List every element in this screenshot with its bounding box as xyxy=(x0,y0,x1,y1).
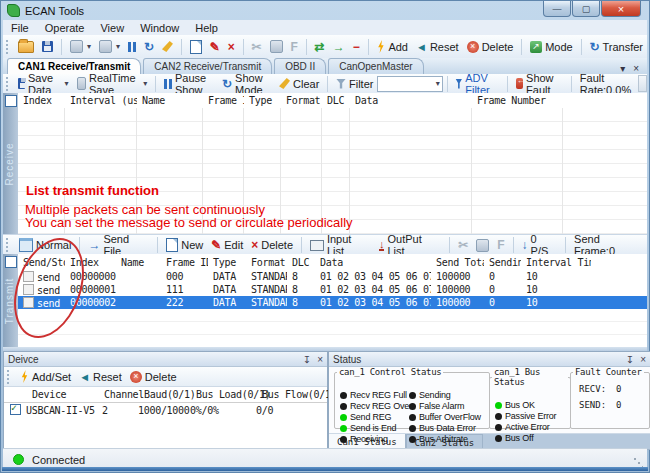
add-set-button[interactable]: Add/Set xyxy=(16,368,75,385)
col-frame-number[interactable]: Frame Number xyxy=(472,95,563,106)
col-bus-flow[interactable]: Bus Flow(0/1) xyxy=(254,389,336,400)
cut-button[interactable]: ✂ xyxy=(454,236,472,254)
toolbar-grip[interactable] xyxy=(6,40,10,54)
realtime-save-icon xyxy=(99,40,112,53)
new-frame-button[interactable]: New xyxy=(162,236,207,254)
device-checkbox-cell[interactable] xyxy=(4,404,24,416)
panel-close-icon[interactable]: × xyxy=(317,354,323,365)
toolbar-grip[interactable] xyxy=(7,370,12,384)
cut-button[interactable]: ✂ xyxy=(247,38,265,56)
status-panel-titlebar[interactable]: Status ↧ × xyxy=(329,352,650,367)
col-frame-id[interactable]: Frame ID xyxy=(161,257,208,268)
col-frame-id[interactable]: Frame ID xyxy=(203,95,244,106)
swap-button[interactable]: ⇄ xyxy=(311,38,329,56)
maximize-button[interactable]: ▢ xyxy=(572,1,600,17)
clear-button[interactable] xyxy=(158,39,177,54)
col-type[interactable]: Type xyxy=(208,257,246,268)
clear-button[interactable]: Clear xyxy=(275,76,323,92)
menu-file[interactable]: File xyxy=(3,22,37,34)
combo-dropdown-icon: ▾ xyxy=(436,79,440,88)
control-status-right-column: Sending False Alarm Buffer OverFlow Bus … xyxy=(409,390,481,444)
col-device[interactable]: Device xyxy=(24,389,96,400)
refresh-button[interactable]: ↻ xyxy=(140,38,158,56)
col-bus-load[interactable]: Bus Load(0/1) xyxy=(188,389,254,400)
device-row[interactable]: USBCAN-II-V5 2 1000/1000 0%/0% 0/0 xyxy=(4,403,327,417)
transmit-select-all-checkbox[interactable] xyxy=(5,256,17,268)
open-button[interactable] xyxy=(14,39,38,55)
receive-side-tab[interactable]: Receive xyxy=(3,93,19,234)
col-data[interactable]: Data xyxy=(315,257,431,268)
col-baud[interactable]: Baud(0/1) xyxy=(136,389,188,400)
reset-device-button[interactable]: ◄Reset xyxy=(412,39,463,55)
transmit-row-0[interactable]: send 00000000 000 DATA STANDARD 8 01 02 … xyxy=(18,270,647,284)
col-data[interactable]: Data xyxy=(350,95,472,106)
font-button[interactable]: F xyxy=(287,38,302,56)
broom-icon xyxy=(279,78,290,89)
close-button[interactable]: × xyxy=(601,1,641,17)
led-item: Recv REG Over xyxy=(340,401,412,411)
new-button[interactable] xyxy=(186,38,206,56)
mode-button[interactable]: ↗Mode xyxy=(526,39,577,55)
normal-mode-icon xyxy=(19,238,33,252)
col-sending[interactable]: Sending xyxy=(484,257,521,268)
col-dlc[interactable]: DLC xyxy=(322,95,350,106)
add-device-button[interactable]: Add xyxy=(372,38,412,55)
col-channel[interactable]: Channel xyxy=(96,389,136,400)
receive-select-all-checkbox[interactable] xyxy=(5,95,17,107)
panel-close-icon[interactable]: × xyxy=(640,354,646,365)
menu-operate[interactable]: Operate xyxy=(37,22,93,34)
pin-icon[interactable]: ↧ xyxy=(626,354,634,365)
transfer-button[interactable]: ↻Transfer xyxy=(585,38,647,56)
transmit-row-2[interactable]: send 00000002 222 DATA STANDARD 8 01 02 … xyxy=(18,296,647,310)
paste-button[interactable] xyxy=(472,237,493,254)
device-checkbox[interactable] xyxy=(10,404,21,415)
menu-help[interactable]: Help xyxy=(187,22,226,34)
font-button[interactable]: F xyxy=(493,236,508,254)
arrow-right-icon: → xyxy=(333,40,345,54)
col-format[interactable]: Format xyxy=(281,95,322,106)
tab-canopenmaster[interactable]: CanOpenMaster xyxy=(328,58,423,74)
toolbar-grip[interactable] xyxy=(6,238,11,252)
paste-button[interactable] xyxy=(266,38,287,55)
device-reset-button[interactable]: ◄Reset xyxy=(75,369,126,385)
pin-icon[interactable]: ↧ xyxy=(303,354,311,365)
realtime-save-dropdown-button[interactable]: ▾ xyxy=(95,38,124,55)
filter-combobox[interactable]: ▾ xyxy=(377,76,442,92)
col-index[interactable]: Index xyxy=(18,95,65,106)
toolbar-grip[interactable] xyxy=(6,77,10,91)
col-name[interactable]: Name xyxy=(137,95,203,106)
interval-time-cell: 10 xyxy=(521,271,591,282)
delete-device-button[interactable]: ×Delete xyxy=(463,39,518,55)
col-interval-time[interactable]: Interval Time xyxy=(521,257,591,268)
col-dlc[interactable]: DLC xyxy=(287,257,315,268)
connect-button[interactable]: → xyxy=(329,38,349,56)
title-bar[interactable]: ECAN Tools — ▢ × xyxy=(1,1,649,20)
device-delete-button[interactable]: ×Delete xyxy=(126,369,181,385)
col-type[interactable]: Type xyxy=(244,95,281,106)
col-interval[interactable]: Interval (us) xyxy=(65,95,137,106)
send-total-cell: 100000 xyxy=(431,271,484,282)
transmit-row-1[interactable]: send 00000001 111 DATA STANDARD 8 01 02 … xyxy=(18,283,647,297)
delete-button[interactable]: × xyxy=(224,38,239,56)
transmit-table-empty-area[interactable] xyxy=(18,309,647,347)
resize-grip[interactable] xyxy=(633,457,643,467)
save-button[interactable] xyxy=(38,39,57,54)
col-send-total[interactable]: Send Total xyxy=(431,257,484,268)
filter-button[interactable]: Filter xyxy=(332,76,377,92)
col-name[interactable]: Name xyxy=(116,257,161,268)
scrollbar-button[interactable] xyxy=(638,75,647,92)
col-format[interactable]: Format xyxy=(246,257,287,268)
led-item: Bus Off xyxy=(495,433,556,443)
delete-frame-button[interactable]: ×Delete xyxy=(247,236,297,254)
disconnect-button[interactable]: − xyxy=(349,38,364,56)
tab-obd2[interactable]: OBD II xyxy=(274,58,326,74)
edit-button[interactable]: ✎ xyxy=(206,38,224,56)
minimize-button[interactable]: — xyxy=(543,1,571,17)
edit-frame-button[interactable]: ✎Edit xyxy=(207,236,247,254)
menu-view[interactable]: View xyxy=(92,22,132,34)
device-table-empty-area xyxy=(4,417,327,451)
device-panel-titlebar[interactable]: Deivce ↧ × xyxy=(4,352,327,367)
menu-window[interactable]: Window xyxy=(132,22,187,34)
pause-button[interactable] xyxy=(124,40,140,54)
save-data-dropdown-button[interactable]: ▾ xyxy=(66,38,95,55)
